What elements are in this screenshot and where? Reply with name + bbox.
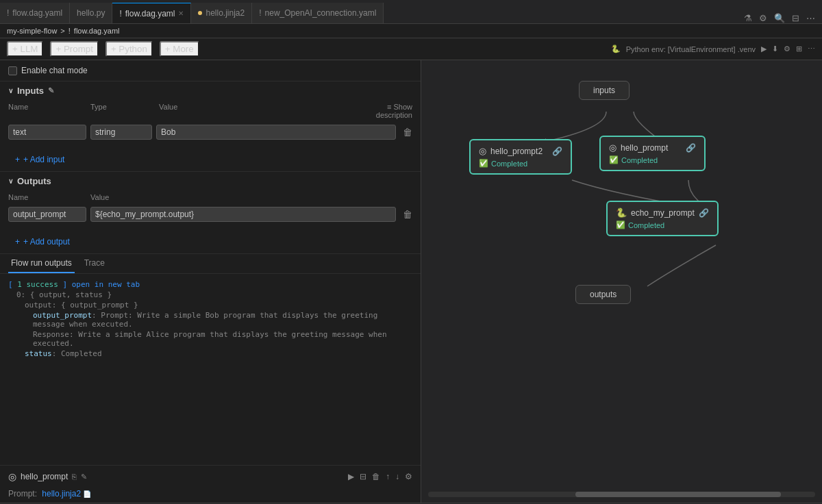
show-desc[interactable]: ≡ Show description bbox=[358, 103, 412, 119]
node-step-icon[interactable]: ⊟ bbox=[360, 472, 366, 481]
outputs-chevron[interactable]: ∨ bbox=[8, 177, 13, 185]
echo-name: echo_my_prompt bbox=[631, 208, 695, 218]
node1-title: ◎ hello_prompt bbox=[609, 142, 668, 153]
node2-status-text: Completed bbox=[491, 160, 527, 168]
toolbar-right: 🐍 Python env: [VirtualEnvironment] .venv… bbox=[611, 45, 815, 53]
flow-run-tab[interactable]: Flow run outputs bbox=[8, 254, 75, 273]
output-prompt-key: output_prompt bbox=[33, 311, 92, 320]
tab-label: hello.py bbox=[77, 8, 105, 18]
node2-title: ◎ hello_prompt2 bbox=[479, 146, 543, 156]
input-name-field[interactable] bbox=[8, 125, 86, 140]
add-output-label: + Add output bbox=[23, 237, 70, 247]
add-input-label: + Add input bbox=[23, 155, 64, 164]
output-row: 🗑 bbox=[8, 204, 412, 225]
output-value-field[interactable] bbox=[90, 207, 396, 222]
layout-icon[interactable]: ⊞ bbox=[796, 45, 802, 53]
tab-label: flow.dag.yaml bbox=[125, 9, 175, 18]
graph-outputs-label: outputs bbox=[590, 290, 616, 299]
scrollbar-thumb[interactable] bbox=[575, 492, 781, 497]
node2-header: ◎ hello_prompt2 🔗 bbox=[479, 146, 562, 156]
top-right-icons: ⚗ ⚙ 🔍 ⊟ ⋯ bbox=[737, 13, 822, 23]
prompt-button[interactable]: + Prompt bbox=[50, 41, 98, 57]
outputs-header: Name Value bbox=[8, 190, 412, 204]
outputs-title: Outputs bbox=[17, 176, 51, 186]
echo-link-icon[interactable]: 🔗 bbox=[699, 208, 709, 218]
node-up-icon[interactable]: ↑ bbox=[386, 472, 390, 481]
breadcrumb-project[interactable]: my-simple-flow bbox=[7, 27, 57, 35]
prompt-link[interactable]: hello.jinja2 bbox=[42, 489, 81, 499]
breadcrumb-sep: > bbox=[60, 27, 64, 35]
input-row-text: string int bool 🗑 bbox=[8, 122, 412, 142]
tab-hello-jinja2[interactable]: hello.jinja2 bbox=[191, 3, 252, 23]
tab-modified-icon: ! bbox=[259, 8, 261, 18]
input-delete-icon[interactable]: 🗑 bbox=[403, 127, 412, 138]
node2-name: hello_prompt2 bbox=[490, 147, 543, 156]
tab-modified-icon: ! bbox=[119, 9, 121, 18]
node-down-icon[interactable]: ↓ bbox=[395, 472, 399, 481]
dots-icon[interactable]: ⋯ bbox=[806, 13, 815, 23]
echo-header: 🐍 echo_my_prompt 🔗 bbox=[616, 207, 709, 218]
node-edit-icon[interactable]: ✎ bbox=[81, 473, 87, 481]
graph-hello-prompt2-node[interactable]: ◎ hello_prompt2 🔗 ✅ Completed bbox=[469, 139, 572, 175]
graph-echo-node[interactable]: 🐍 echo_my_prompt 🔗 ✅ Completed bbox=[606, 201, 719, 236]
add-output-button[interactable]: + + Add output bbox=[8, 234, 77, 249]
tab-label: new_OpenAI_connection.yaml bbox=[265, 8, 377, 18]
echo-title: 🐍 echo_my_prompt bbox=[616, 207, 695, 218]
add-input-button[interactable]: + + Add input bbox=[8, 152, 412, 167]
gear-icon[interactable]: ⚙ bbox=[784, 45, 790, 53]
chat-mode-checkbox[interactable] bbox=[8, 66, 17, 75]
graph-outputs-node[interactable]: outputs bbox=[575, 285, 631, 304]
tab-dot bbox=[198, 11, 202, 15]
open-in-new-tab-link[interactable]: open in new tab bbox=[72, 280, 140, 289]
tab-hello-py[interactable]: hello.py bbox=[70, 3, 112, 23]
graph-inputs-label: inputs bbox=[593, 86, 615, 95]
node1-status: ✅ Completed bbox=[609, 153, 696, 164]
node-prompt: Prompt: hello.jinja2 📄 bbox=[0, 488, 421, 503]
output-line-0: 0: { output, status } bbox=[8, 290, 412, 300]
echo-status: ✅ Completed bbox=[616, 218, 709, 229]
tab-close-icon[interactable]: ✕ bbox=[178, 10, 184, 17]
input-value-field[interactable] bbox=[156, 125, 396, 140]
node-more-icon[interactable]: ⚙ bbox=[405, 472, 412, 481]
success-bracket: [ bbox=[8, 280, 17, 289]
graph-area[interactable]: inputs ◎ hello_prompt2 🔗 ✅ Completed bbox=[421, 60, 822, 503]
node-copy-icon[interactable]: ⎘ bbox=[72, 473, 77, 481]
node-delete-icon[interactable]: 🗑 bbox=[372, 472, 380, 481]
breadcrumb: my-simple-flow > ! flow.dag.yaml bbox=[0, 24, 822, 38]
node1-check-icon: ✅ bbox=[609, 155, 619, 164]
graph-scrollbar[interactable] bbox=[428, 492, 815, 497]
output-delete-icon[interactable]: 🗑 bbox=[403, 209, 412, 220]
split-icon[interactable]: ⊟ bbox=[792, 13, 799, 23]
node1-link-icon[interactable]: 🔗 bbox=[686, 143, 696, 153]
node-run-icon[interactable]: ▶ bbox=[348, 472, 354, 481]
output-name-field[interactable] bbox=[8, 207, 86, 222]
col-type-label: Type bbox=[90, 103, 159, 119]
out-col-value: Value bbox=[90, 193, 412, 201]
inputs-section-header: ∨ Inputs ✎ bbox=[0, 81, 421, 100]
graph-hello-prompt-node[interactable]: ◎ hello_prompt 🔗 ✅ Completed bbox=[599, 136, 706, 171]
more2-icon[interactable]: ⋯ bbox=[808, 45, 815, 53]
more-button[interactable]: + More bbox=[160, 41, 199, 57]
install-icon[interactable]: ⬇ bbox=[772, 45, 778, 53]
tab-label: hello.jinja2 bbox=[206, 8, 245, 18]
settings-icon[interactable]: ⚙ bbox=[759, 13, 767, 23]
breadcrumb-file[interactable]: flow.dag.yaml bbox=[74, 27, 120, 35]
prompt-file-icon: 📄 bbox=[83, 490, 91, 498]
input-type-select[interactable]: string int bool bbox=[90, 125, 152, 140]
node2-link-icon[interactable]: 🔗 bbox=[552, 147, 562, 156]
inputs-header: Name Type Value ≡ Show description bbox=[8, 100, 412, 122]
inputs-chevron[interactable]: ∨ bbox=[8, 87, 13, 94]
python-button[interactable]: + Python bbox=[105, 41, 153, 57]
graph-inputs-node[interactable]: inputs bbox=[579, 81, 630, 100]
tab-flow-dag-active[interactable]: ! flow.dag.yaml ✕ bbox=[112, 3, 191, 23]
tab-new-openai[interactable]: ! new_OpenAI_connection.yaml bbox=[252, 3, 384, 23]
run-icon[interactable]: ▶ bbox=[761, 45, 767, 53]
tab-flow-dag-1[interactable]: ! flow.dag.yaml bbox=[0, 3, 70, 23]
llm-button[interactable]: + LLM bbox=[7, 41, 43, 57]
inputs-edit-icon[interactable]: ✎ bbox=[48, 86, 54, 95]
search-icon[interactable]: 🔍 bbox=[774, 13, 785, 23]
trace-tab[interactable]: Trace bbox=[82, 254, 108, 273]
beaker-icon[interactable]: ⚗ bbox=[744, 13, 752, 23]
flow-run-area: Flow run outputs Trace [ 1 success ] ope… bbox=[0, 253, 421, 465]
node2-check-icon: ✅ bbox=[479, 159, 488, 168]
